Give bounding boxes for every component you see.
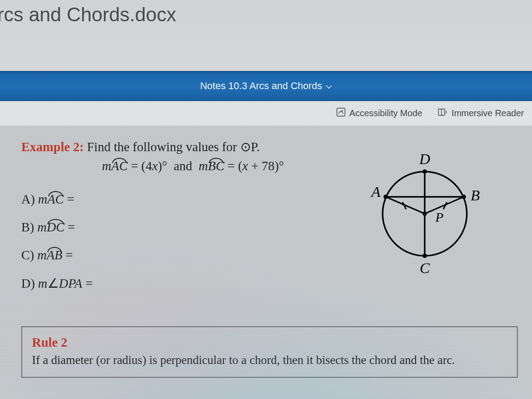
example-block: Example 2: Find the following values for… xyxy=(21,139,527,291)
immersive-reader-button[interactable]: Immersive Reader xyxy=(438,107,524,119)
book-speaker-icon xyxy=(438,107,448,119)
notes-dropdown[interactable]: Notes 10.3 Arcs and Chords xyxy=(200,80,322,92)
label-B: B xyxy=(471,187,480,203)
accessibility-label: Accessibility Mode xyxy=(349,108,422,118)
title-bar: rcs and Chords.docx xyxy=(0,0,532,71)
accessibility-mode-button[interactable]: Accessibility Mode xyxy=(336,107,422,119)
svg-point-11 xyxy=(383,195,388,199)
document-title: rcs and Chords.docx xyxy=(0,4,532,26)
svg-point-13 xyxy=(422,211,427,216)
svg-line-6 xyxy=(425,197,464,214)
immersive-label: Immersive Reader xyxy=(452,108,524,118)
label-A: A xyxy=(371,184,381,200)
viewer-toolbar: Accessibility Mode Immersive Reader xyxy=(0,101,532,126)
accessibility-icon xyxy=(336,107,346,119)
rule-box: Rule 2 If a diameter (or radius) is perp… xyxy=(21,326,518,378)
svg-point-1 xyxy=(342,110,343,112)
svg-point-12 xyxy=(462,195,466,199)
svg-rect-0 xyxy=(337,108,345,116)
example-prompt: Find the following values for ⊙P. xyxy=(87,140,260,154)
svg-line-5 xyxy=(386,197,425,214)
svg-point-10 xyxy=(422,254,427,258)
rule-text: If a diameter (or radius) is perpendicul… xyxy=(32,353,507,367)
svg-point-9 xyxy=(422,169,427,174)
example-number: Example 2: xyxy=(21,140,84,154)
circle-diagram: D A B C P xyxy=(358,147,491,282)
label-C: C xyxy=(420,260,430,276)
label-P: P xyxy=(435,210,443,224)
document-body: Example 2: Find the following values for… xyxy=(0,126,532,378)
notes-dropdown-bar: Notes 10.3 Arcs and Chords xyxy=(0,71,532,101)
chevron-down-icon[interactable] xyxy=(326,80,332,92)
label-D: D xyxy=(419,151,430,167)
rule-title: Rule 2 xyxy=(32,335,507,350)
